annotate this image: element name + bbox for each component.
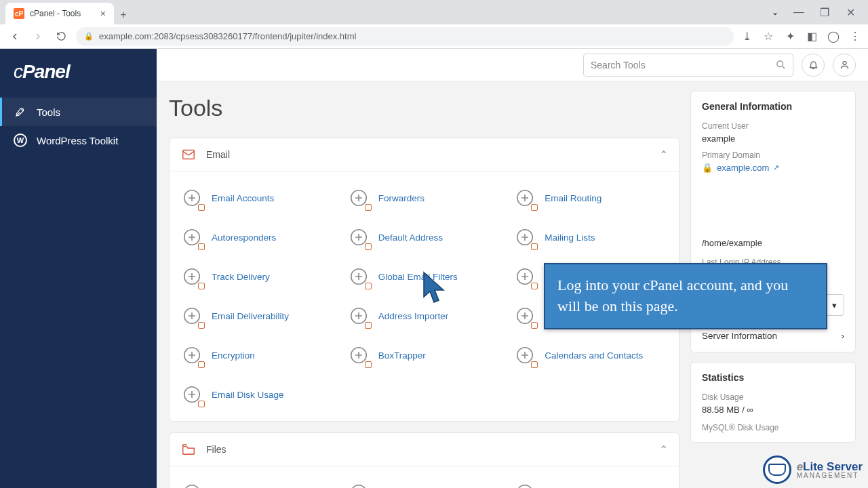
tab-title: cPanel - Tools [30,9,81,18]
tool-item[interactable]: Address Importer [343,298,506,334]
tool-icon [347,481,370,488]
cpanel-favicon: cP [14,8,24,19]
tool-icon [513,186,536,209]
sidebar: cPanel Tools W WordPress Toolkit [0,49,157,488]
search-input[interactable]: Search Tools [583,54,793,77]
user-menu-button[interactable] [833,54,856,77]
tool-icon [180,304,203,327]
tool-item[interactable]: Global Email Filters [343,258,506,295]
tool-icon [513,226,536,249]
bookmark-icon[interactable]: ☆ [762,30,774,43]
sidepanel-icon[interactable]: ◧ [806,30,818,43]
url-text: example.com:2083/cpsess3083260177/fronte… [99,31,356,41]
disk-usage-label: Disk Usage [702,392,844,402]
tutorial-callout: Log into your cPanel account, and you wi… [544,263,827,329]
folder-icon [180,441,197,458]
chevron-up-icon: ⌃ [659,148,668,161]
profile-icon[interactable]: ◯ [827,30,840,43]
maximize-button[interactable]: ❐ [812,3,837,22]
panel-files: Files ⌃ File ManagerImagesDirectory Priv… [169,432,679,488]
home-directory: /home/example [702,238,844,248]
tool-item[interactable]: Autoresponders [176,219,339,256]
search-icon [776,60,786,70]
extensions-icon[interactable]: ✦ [784,30,796,43]
back-button[interactable] [7,28,23,45]
tool-item[interactable]: Encryption [176,337,339,373]
dropdown-icon: ▾ [832,300,837,310]
sidebar-item-tools[interactable]: Tools [0,98,157,126]
install-icon[interactable]: ⤓ [741,30,753,43]
tool-label: Autoresponders [212,232,276,243]
tool-item[interactable]: BoxTrapper [343,337,506,373]
tool-label: Email Deliverability [212,311,289,321]
tool-label: Forwarders [378,193,425,203]
tool-item[interactable]: Default Address [343,219,506,256]
panel-header-email[interactable]: Email ⌃ [170,138,679,171]
tool-icon [180,186,203,209]
tools-icon [14,105,27,119]
svg-point-21 [517,485,533,488]
tool-label: Email Routing [545,193,601,203]
primary-domain-link[interactable]: example.com [717,163,769,173]
disk-usage-value: 88.58 MB / ∞ [702,405,844,415]
tool-label: Default Address [378,232,443,243]
wordpress-icon: W [14,134,27,147]
tool-icon [513,481,536,488]
tool-label: Encryption [212,350,255,361]
tool-item[interactable]: Directory Privacy [509,474,672,488]
cpanel-logo: cPanel [0,61,157,98]
sidebar-item-label: WordPress Toolkit [37,135,118,146]
tool-item[interactable]: Track Delivery [176,258,339,295]
svg-point-1 [843,62,846,65]
page-title: Tools [169,95,679,121]
minimize-button[interactable]: — [787,3,811,22]
chevron-down-icon[interactable]: ⌄ [772,7,778,17]
current-user-label: Current User [702,121,844,131]
tool-item[interactable]: Mailing Lists [509,219,672,256]
tool-label: Global Email Filters [378,272,458,282]
sidebar-item-wordpress[interactable]: W WordPress Toolkit [0,126,157,155]
tool-item[interactable]: File Manager [176,474,339,488]
close-window-button[interactable]: ✕ [838,3,863,22]
browser-tab[interactable]: cP cPanel - Tools × [5,3,114,24]
tool-item[interactable]: Email Accounts [176,180,339,216]
browser-toolbar: 🔒 example.com:2083/cpsess3083260177/fron… [0,24,868,49]
tool-icon [513,304,536,327]
sidebar-item-label: Tools [37,106,60,118]
tool-icon [180,383,203,406]
tool-icon [347,226,370,249]
notifications-button[interactable] [802,54,825,77]
tool-item[interactable]: Email Disk Usage [176,376,339,413]
lock-icon: 🔒 [702,163,713,173]
panel-title: Files [206,444,226,455]
external-link-icon[interactable]: ↗ [773,163,779,172]
close-tab-icon[interactable]: × [100,8,106,19]
tool-item[interactable]: Calendars and Contacts [509,337,672,373]
tool-icon [180,481,203,488]
svg-point-19 [184,485,200,488]
panel-header-files[interactable]: Files ⌃ [170,433,679,466]
tool-item[interactable]: Email Deliverability [176,298,339,334]
svg-point-0 [777,61,783,67]
chevron-up-icon: ⌃ [659,443,668,456]
topbar: Search Tools [157,49,868,81]
tool-label: Address Importer [378,311,449,321]
chevron-right-icon: › [842,331,845,341]
statistics-panel: Statistics Disk Usage 88.58 MB / ∞ MySQL… [690,362,856,443]
primary-domain-label: Primary Domain [702,150,844,160]
stats-title: Statistics [702,372,844,383]
tool-icon [180,265,203,288]
tool-label: Mailing Lists [545,232,595,243]
current-user-value: example [702,134,844,144]
tool-item[interactable]: Images [343,474,506,488]
tool-icon [347,186,370,209]
search-placeholder: Search Tools [591,60,646,70]
address-bar[interactable]: 🔒 example.com:2083/cpsess3083260177/fron… [76,27,734,46]
tool-item[interactable]: Email Routing [509,180,672,216]
reload-button[interactable] [53,28,69,45]
menu-icon[interactable]: ⋮ [849,30,861,43]
mysql-disk-label: MySQL® Disk Usage [702,423,844,432]
forward-button[interactable] [30,28,46,45]
tool-item[interactable]: Forwarders [343,180,506,216]
new-tab-button[interactable]: + [114,5,133,24]
